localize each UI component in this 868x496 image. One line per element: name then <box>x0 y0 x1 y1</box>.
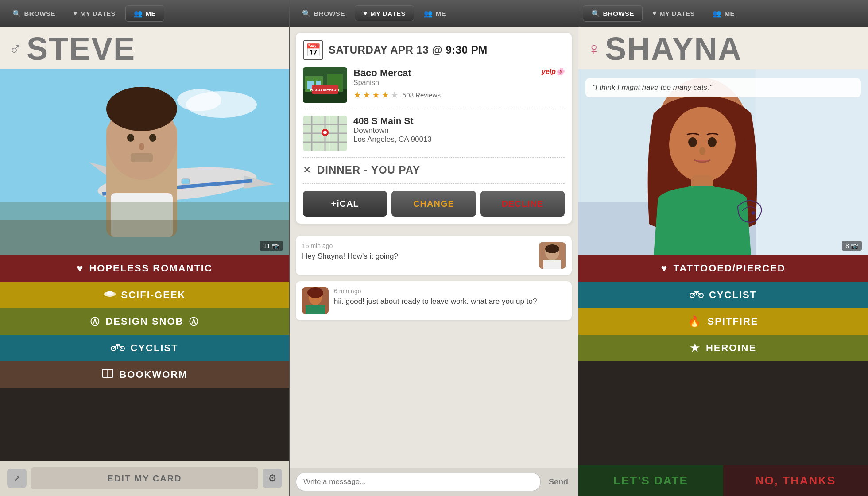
svg-point-16 <box>149 134 156 142</box>
photo-count: 11 📷 <box>260 241 283 251</box>
date-type-row: ✕ DINNER - YOU PAY <box>303 164 565 184</box>
svg-point-47 <box>323 131 327 134</box>
heart-trait-icon: ♥ <box>77 262 84 275</box>
right-photo-count: 8 📷 <box>842 241 862 251</box>
search-icon-right: 🔍 <box>591 9 601 18</box>
photo-svg <box>0 69 289 255</box>
lets-date-button[interactable]: LET'S DATE <box>578 465 723 496</box>
right-trait-cyclist[interactable]: CYCLIST <box>578 282 868 308</box>
date-type-label: DINNER - YOU PAY <box>317 164 420 176</box>
calendar-icon: 📅 <box>303 40 323 60</box>
star-rating: ★ ★ ★ ★ ★ 508 Reviews <box>353 89 565 100</box>
review-count: 508 Reviews <box>403 91 441 99</box>
svg-point-14 <box>106 87 177 131</box>
star-3: ★ <box>372 89 380 100</box>
profile-photo[interactable]: 11 📷 <box>0 69 289 255</box>
bicycle-right-icon <box>690 289 704 301</box>
star-1: ★ <box>353 89 361 100</box>
mid-nav-mydates[interactable]: ♥ MY DATES <box>355 5 414 21</box>
quote-bubble: "I think I might have too many cats." <box>585 78 861 97</box>
chat-area: 15 min ago Hey Shayna! How's it going? <box>290 230 578 468</box>
svg-text:BÄCO MERCAT: BÄCO MERCAT <box>310 88 340 92</box>
send-button[interactable]: Send <box>545 477 572 487</box>
date-title: SATURDAY APR 13 @ 9:30 PM <box>329 44 488 56</box>
star-icon: ★ <box>690 342 701 354</box>
book-icon <box>101 368 114 381</box>
chat-text-1: hii. good! just about ready to leave wor… <box>334 296 566 307</box>
chat-message-0: 15 min ago Hey Shayna! How's it going? <box>296 236 572 275</box>
right-trait-spitfire[interactable]: 🔥 SPITFIRE <box>578 308 868 335</box>
svg-point-54 <box>307 287 323 298</box>
restaurant-row: BÄCO MERCAT Bäco Mercat yelp🌸 Spanish ★ … <box>303 67 565 109</box>
decline-button[interactable]: DECLINE <box>480 191 565 217</box>
address-area: Downtown <box>353 126 565 135</box>
share-icon: ↗ <box>13 473 21 484</box>
fire-icon: 🔥 <box>688 315 702 328</box>
profile-name: STEVE <box>27 33 136 65</box>
address-city: Los Angeles, CA 90013 <box>353 135 565 144</box>
svg-point-15 <box>127 134 134 142</box>
svg-rect-21 <box>0 202 289 255</box>
left-nav-me[interactable]: 👥 ME <box>125 5 164 22</box>
svg-point-61 <box>688 137 697 147</box>
svg-point-23 <box>107 291 113 295</box>
person-icon-mid: 👥 <box>424 9 433 18</box>
settings-button[interactable]: ⚙ <box>263 469 282 488</box>
heart-icon: ♥ <box>73 9 78 17</box>
date-header: 📅 SATURDAY APR 13 @ 9:30 PM <box>303 40 565 60</box>
trait-hopeless-romantic[interactable]: ♥ HOPELESS ROMANTIC <box>0 255 289 282</box>
trait-design-snob[interactable]: ⓐ DESIGN SNOB ⓐ <box>0 308 289 335</box>
search-icon-mid: 🔍 <box>302 9 311 18</box>
mid-panel: 🔍 BROWSE ♥ MY DATES 👥 ME 📅 SATURDAY APR … <box>289 0 578 496</box>
left-nav-browse[interactable]: 🔍 BROWSE <box>4 6 63 21</box>
svg-rect-8 <box>182 179 190 184</box>
heart-icon-right: ♥ <box>652 9 657 17</box>
profile-name-area: ♂ STEVE <box>0 27 289 69</box>
svg-rect-51 <box>543 260 561 269</box>
trait-bookworm[interactable]: BOOKWORM <box>0 361 289 388</box>
trait-cyclist[interactable]: CYCLIST <box>0 335 289 361</box>
rocket-icon <box>104 289 116 301</box>
share-button[interactable]: ↗ <box>7 469 27 488</box>
left-nav-mydates[interactable]: ♥ MY DATES <box>65 6 124 21</box>
left-nav: 🔍 BROWSE ♥ MY DATES 👥 ME <box>0 0 289 27</box>
right-nav-mydates[interactable]: ♥ MY DATES <box>644 6 703 21</box>
amazon-icon-right: ⓐ <box>189 316 199 328</box>
mid-nav-browse[interactable]: 🔍 BROWSE <box>294 6 353 21</box>
chat-avatar-shayna <box>302 287 329 314</box>
restaurant-name: Bäco Mercat <box>353 67 411 79</box>
svg-point-62 <box>708 137 717 147</box>
address-row: 408 S Main St Downtown Los Angeles, CA 9… <box>303 116 565 158</box>
traits-area: ♥ HOPELESS ROMANTIC SCIFI-GEEK ⓐ DESIGN … <box>0 255 289 461</box>
camera-icon: 📷 <box>272 242 279 249</box>
change-button[interactable]: CHANGE <box>391 191 476 217</box>
restaurant-info: Bäco Mercat yelp🌸 Spanish ★ ★ ★ ★ ★ 508 … <box>353 67 565 103</box>
amazon-icon: ⓐ <box>90 316 100 328</box>
map-thumbnail[interactable] <box>303 116 347 151</box>
svg-point-60 <box>669 107 736 182</box>
message-bar: Send <box>290 468 578 496</box>
message-input[interactable] <box>296 473 541 491</box>
right-nav-browse[interactable]: 🔍 BROWSE <box>583 5 643 22</box>
mid-nav-me[interactable]: 👥 ME <box>416 6 454 21</box>
right-profile-photo[interactable]: "I think I might have too many cats." 8 … <box>578 69 868 255</box>
star-5: ★ <box>391 89 399 100</box>
right-trait-tattooed[interactable]: ♥ TATTOOED/PIERCED <box>578 255 868 282</box>
svg-point-17 <box>139 143 144 150</box>
date-card: 📅 SATURDAY APR 13 @ 9:30 PM <box>296 33 572 224</box>
edit-card-button[interactable]: EDIT MY CARD <box>31 467 258 489</box>
restaurant-photo: BÄCO MERCAT <box>303 67 347 103</box>
right-nav-me[interactable]: 👥 ME <box>705 6 743 21</box>
action-buttons: +iCAL CHANGE DECLINE <box>303 191 565 217</box>
chat-message-1: 6 min ago hii. good! just about ready to… <box>296 281 572 320</box>
no-thanks-button[interactable]: NO, THANKS <box>723 465 868 496</box>
ical-button[interactable]: +iCAL <box>303 191 387 217</box>
right-trait-heroine[interactable]: ★ HEROINE <box>578 335 868 361</box>
chat-content-0: 15 min ago Hey Shayna! How's it going? <box>302 242 534 269</box>
bottom-bar: ↗ EDIT MY CARD ⚙ <box>0 461 289 496</box>
svg-rect-65 <box>687 186 694 209</box>
star-2: ★ <box>363 89 371 100</box>
svg-point-67 <box>752 211 755 215</box>
decline-date-icon[interactable]: ✕ <box>303 164 311 176</box>
trait-scifi-geek[interactable]: SCIFI-GEEK <box>0 282 289 308</box>
